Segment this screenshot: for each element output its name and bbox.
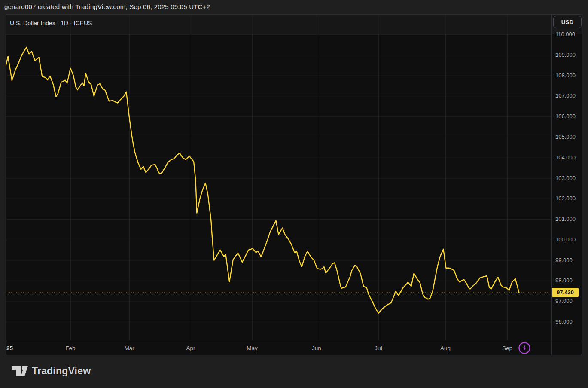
time-axis-label: Feb	[65, 345, 75, 351]
time-axis-label: Mar	[124, 345, 134, 351]
tradingview-logo-text: TradingView	[32, 365, 91, 377]
quick-action-button[interactable]	[513, 337, 536, 355]
time-axis-label: Jul	[375, 345, 382, 351]
time-axis-label: Sep	[502, 345, 512, 351]
price-line-series	[6, 47, 519, 313]
last-price-label: 97.430	[552, 288, 579, 297]
price-axis-label: 101.000	[555, 216, 576, 222]
price-axis-label: 109.000	[555, 52, 576, 58]
price-axis-label: 104.000	[555, 154, 576, 161]
time-axis[interactable]: 25FebMarAprMayJunJulAugSep	[6, 341, 551, 355]
time-axis-label: Aug	[440, 345, 451, 351]
price-axis-label: 103.000	[555, 175, 576, 181]
price-chart-plot[interactable]	[6, 15, 551, 341]
attribution-text: genaro007 created with TradingView.com, …	[4, 3, 210, 10]
price-axis-label: 106.000	[555, 113, 576, 119]
chart-pane[interactable]: U.S. Dollar Index · 1D · ICEUS 110.00010…	[6, 14, 582, 355]
price-axis-label: 96.000	[555, 318, 573, 325]
tradingview-logo-icon	[12, 366, 28, 376]
tradingview-logo[interactable]: TradingView	[12, 365, 91, 377]
price-axis-label: 108.000	[555, 72, 576, 79]
price-axis-label: 102.000	[555, 195, 576, 202]
time-axis-label: 25	[6, 345, 13, 351]
tradingview-chart-page: genaro007 created with TradingView.com, …	[0, 0, 588, 388]
lightning-bolt-icon	[513, 337, 536, 355]
price-axis-label: 98.000	[555, 277, 573, 284]
price-axis-label: 97.000	[555, 298, 573, 304]
time-axis-label: Apr	[186, 345, 195, 351]
time-axis-label: May	[247, 345, 258, 351]
price-axis-label: 110.000	[555, 31, 575, 37]
currency-usd-button[interactable]: USD	[553, 16, 582, 28]
top-attribution-bar: genaro007 created with TradingView.com, …	[0, 0, 588, 14]
price-axis-label: 107.000	[555, 92, 576, 99]
time-axis-label: Jun	[312, 345, 321, 351]
price-axis-label: 99.000	[555, 257, 573, 263]
price-axis-label: 100.000	[555, 236, 576, 243]
price-axis-label: 105.000	[555, 134, 576, 140]
symbol-legend[interactable]: U.S. Dollar Index · 1D · ICEUS	[10, 20, 92, 27]
